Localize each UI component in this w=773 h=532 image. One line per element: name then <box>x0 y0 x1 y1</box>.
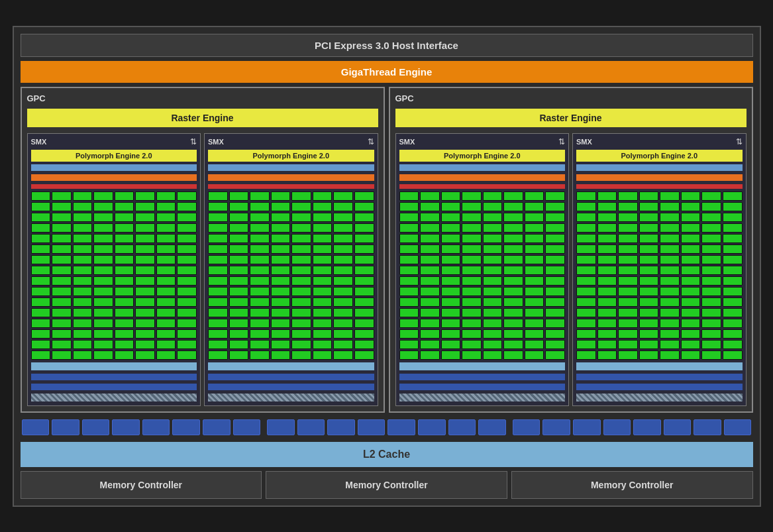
cuda-core <box>177 202 197 211</box>
bus-chip <box>82 419 110 435</box>
cuda-core <box>639 329 659 339</box>
cuda-core <box>115 308 134 317</box>
cuda-core <box>723 340 743 349</box>
cuda-core <box>681 191 701 201</box>
cuda-core <box>420 223 440 233</box>
cuda-core <box>177 191 197 201</box>
cuda-core <box>639 234 659 243</box>
cuda-core <box>313 191 333 201</box>
cuda-core <box>399 266 419 275</box>
cuda-core <box>271 287 291 296</box>
cuda-core <box>313 276 333 286</box>
cuda-core <box>420 276 440 286</box>
cuda-core <box>250 213 270 222</box>
cuda-core <box>354 319 374 328</box>
cuda-core <box>462 223 482 233</box>
cuda-core <box>354 234 374 243</box>
cuda-core <box>483 287 503 296</box>
memory-bus-center <box>266 417 507 438</box>
bottom-dark-4b <box>576 384 743 390</box>
cuda-core <box>639 350 659 360</box>
cuda-core <box>52 234 72 243</box>
bottom-hatch-1 <box>31 394 197 401</box>
cuda-core <box>115 340 134 349</box>
cuda-core <box>156 297 176 307</box>
cuda-core <box>660 287 680 296</box>
cuda-core <box>483 244 503 254</box>
cuda-core <box>597 191 617 201</box>
cuda-core <box>420 329 440 339</box>
cuda-core <box>660 329 680 339</box>
cuda-core <box>420 308 440 317</box>
cuda-core <box>354 297 374 307</box>
cuda-core <box>52 276 72 286</box>
cuda-core <box>31 287 51 296</box>
cuda-core <box>135 213 155 222</box>
cuda-core <box>545 308 565 317</box>
cuda-core <box>462 234 482 243</box>
cuda-core <box>250 319 270 328</box>
cuda-core <box>576 308 596 317</box>
cuda-core <box>333 255 353 264</box>
cuda-core <box>271 266 291 275</box>
cuda-core <box>135 234 155 243</box>
cuda-core <box>229 340 249 349</box>
cuda-core <box>503 308 523 317</box>
cuda-core <box>660 191 680 201</box>
cuda-core <box>73 202 93 211</box>
cuda-core <box>115 276 134 286</box>
cuda-core <box>701 319 721 328</box>
cuda-core <box>462 287 482 296</box>
cuda-core <box>639 244 659 254</box>
cuda-core <box>115 350 134 360</box>
bus-chip <box>513 419 541 435</box>
cuda-core <box>597 276 617 286</box>
cuda-core <box>115 287 134 296</box>
cuda-core <box>313 213 333 222</box>
raster-engine-left: Raster Engine <box>27 109 378 127</box>
cuda-core <box>660 223 680 233</box>
cuda-core <box>576 213 596 222</box>
cuda-core <box>483 223 503 233</box>
cuda-core <box>525 191 544 201</box>
bottom-blue-3 <box>399 362 566 370</box>
cuda-core <box>701 297 721 307</box>
memory-controller-center: Memory Controller <box>266 471 507 499</box>
cuda-core <box>660 255 680 264</box>
cuda-core <box>73 234 93 243</box>
cuda-core <box>115 319 134 328</box>
cuda-core <box>525 340 544 349</box>
cuda-core <box>271 223 291 233</box>
cuda-core <box>618 308 638 317</box>
cuda-core <box>399 255 419 264</box>
cuda-core <box>723 223 743 233</box>
cuda-core <box>545 350 565 360</box>
cuda-core <box>73 223 93 233</box>
cuda-core <box>354 340 374 349</box>
bus-chip <box>267 419 295 435</box>
cuda-core <box>250 287 270 296</box>
cuda-core <box>701 234 721 243</box>
cuda-core <box>503 350 523 360</box>
cuda-core <box>462 329 482 339</box>
cuda-core <box>354 244 374 254</box>
cuda-core <box>208 213 228 222</box>
cuda-core <box>681 213 701 222</box>
cuda-core <box>701 340 721 349</box>
cuda-core <box>681 350 701 360</box>
cuda-core <box>291 266 311 275</box>
cuda-core <box>115 244 134 254</box>
cuda-core <box>639 297 659 307</box>
cuda-core <box>115 202 134 211</box>
cuda-core <box>639 213 659 222</box>
memory-controller-left: Memory Controller <box>21 471 262 499</box>
cuda-core <box>701 276 721 286</box>
cuda-core <box>333 266 353 275</box>
cuda-core <box>135 266 155 275</box>
cuda-core <box>333 223 353 233</box>
cuda-core <box>291 244 311 254</box>
cuda-core <box>597 234 617 243</box>
smx-row-right: SMX ⇅ Polymorph Engine 2.0 SM <box>395 133 747 406</box>
cuda-core <box>333 234 353 243</box>
bus-chip <box>418 419 446 435</box>
